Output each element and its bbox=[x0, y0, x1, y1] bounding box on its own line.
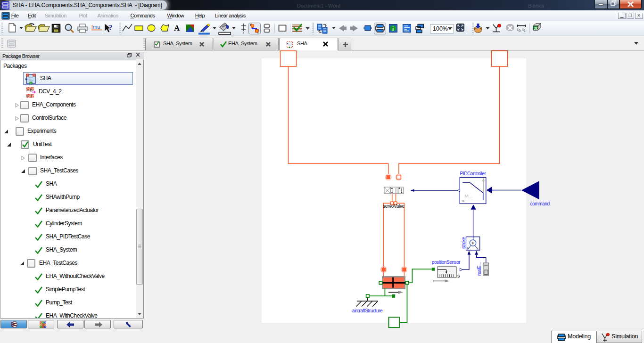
svg-text:.M...: .M... bbox=[463, 193, 472, 198]
svg-text:s: s bbox=[457, 273, 460, 278]
svg-text:PIDController: PIDController bbox=[460, 171, 487, 176]
svg-text:+: + bbox=[466, 246, 469, 251]
svg-text:fmu: fmu bbox=[91, 24, 100, 30]
svg-text:stroke: stroke bbox=[462, 237, 467, 249]
svg-text:t1: t1 bbox=[522, 26, 526, 33]
svg-text:AB: AB bbox=[26, 87, 33, 92]
svg-text:aircraftStructure: aircraftStructure bbox=[352, 308, 383, 313]
svg-text:realE...: realE... bbox=[477, 262, 482, 276]
svg-text:PT: PT bbox=[26, 93, 33, 98]
svg-text:?: ? bbox=[108, 23, 113, 32]
svg-text:A: A bbox=[174, 24, 180, 33]
svg-text:-: - bbox=[478, 245, 479, 250]
svg-text:command: command bbox=[530, 201, 549, 206]
svg-text:servoValve: servoValve bbox=[383, 204, 405, 209]
svg-text:positionSensor: positionSensor bbox=[432, 260, 461, 265]
svg-text:100%: 100% bbox=[433, 25, 448, 32]
svg-text:t0: t0 bbox=[517, 26, 520, 33]
